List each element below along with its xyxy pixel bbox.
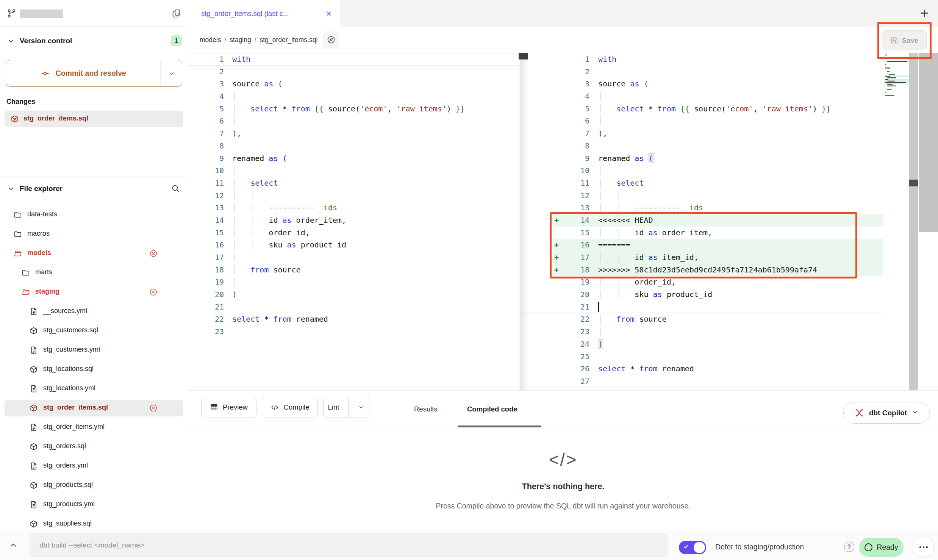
original-code-line-17[interactable]: 17│ (188, 251, 519, 264)
original-code-line-3[interactable]: 3source as ( (188, 78, 519, 90)
dbt-copilot-button[interactable]: dbt Copilot (843, 402, 930, 424)
sidebar-item-macros[interactable]: macros (0, 225, 188, 244)
original-code-line-10[interactable]: 10│ (188, 164, 519, 177)
sidebar-item-models[interactable]: models (0, 244, 188, 263)
modified-code-line-20[interactable]: 20│ │ sku as product_id (520, 288, 883, 301)
modified-code-line-8[interactable]: 8 (520, 140, 883, 152)
sidebar-item-stg_products.sql[interactable]: stg_products.sql (0, 476, 188, 495)
sidebar-item-stg_locations.yml[interactable]: stg_locations.yml (0, 379, 188, 399)
discard-change-icon[interactable] (149, 404, 158, 412)
discard-change-icon[interactable] (149, 288, 158, 296)
original-code-line-7[interactable]: 7), (188, 127, 519, 140)
git-branch-icon[interactable] (7, 9, 16, 18)
modified-code-line-23[interactable]: 23│ (520, 325, 883, 338)
original-code-line-18[interactable]: 18│ from source (188, 264, 519, 276)
breadcrumb-staging[interactable]: staging (230, 36, 251, 44)
modified-code-line-3[interactable]: 3source as ( (520, 78, 883, 90)
left-pane-scrollbar-thumb[interactable] (519, 53, 528, 59)
original-code-line-15[interactable]: 15│ │ order_id, (188, 227, 519, 239)
modified-code-line-27[interactable]: 27 (520, 375, 883, 388)
lint-button[interactable]: Lint (324, 397, 344, 418)
sidebar-item-stg_orders.yml[interactable]: stg_orders.yml (0, 457, 188, 476)
modified-code-line-7[interactable]: 7), (520, 127, 883, 140)
tab-results[interactable]: Results (414, 391, 438, 427)
search-icon[interactable] (171, 184, 180, 193)
modified-code-line-26[interactable]: 26select * from renamed (520, 363, 883, 375)
original-code-line-6[interactable]: 6│ (188, 115, 519, 127)
sidebar-item-marts[interactable]: marts (0, 263, 188, 283)
dbt-command-input[interactable] (30, 533, 668, 557)
lineage-button[interactable] (323, 31, 339, 48)
sidebar-item-staging[interactable]: staging (0, 283, 188, 302)
original-code-line-19[interactable]: 19│ (188, 276, 519, 288)
original-code-line-12[interactable]: 12│ │ (188, 189, 519, 202)
modified-code-line-24[interactable]: 24) (520, 338, 883, 350)
sidebar-item-stg_orders.sql[interactable]: stg_orders.sql (0, 437, 188, 457)
close-icon[interactable]: × (326, 9, 331, 18)
commit-and-resolve-button[interactable]: Commit and resolve (6, 60, 182, 87)
preview-button[interactable]: Preview (201, 397, 256, 418)
original-code-line-8[interactable]: 8 (188, 140, 519, 152)
modified-code-line-2[interactable]: 2 (520, 66, 883, 78)
editor-pane-original[interactable]: 1with23source as (4│5│ select * from {{ … (188, 53, 519, 390)
original-code-line-20[interactable]: 20) (188, 288, 519, 301)
sidebar-item-stg_products.yml[interactable]: stg_products.yml (0, 495, 188, 515)
help-icon[interactable]: ? (844, 542, 854, 552)
sidebar-item-stg_order_items.sql[interactable]: stg_order_items.sql (0, 399, 188, 418)
chevron-up-icon[interactable] (8, 540, 18, 550)
lint-options-dropdown[interactable] (353, 397, 369, 418)
copy-icon[interactable] (172, 9, 181, 18)
discard-change-icon[interactable] (149, 249, 158, 258)
editor-scrollbar-thumb[interactable] (909, 180, 918, 186)
breadcrumb-models[interactable]: models (200, 36, 221, 44)
original-code-line-23[interactable]: 23 (188, 325, 519, 338)
sidebar-item-stg_locations.sql[interactable]: stg_locations.sql (0, 360, 188, 379)
modified-code-line-1[interactable]: 1with (520, 53, 883, 66)
sidebar-item-stg_order_items.yml[interactable]: stg_order_items.yml (0, 418, 188, 437)
commit-options-dropdown[interactable] (161, 60, 182, 86)
branch-name-placeholder[interactable] (20, 9, 63, 18)
original-code-line-14[interactable]: 14│ │ id as order_item, (188, 214, 519, 227)
editor-pane-modified[interactable]: 1with23source as (4│5│ select * from {{ … (520, 53, 883, 390)
changed-file-row[interactable]: stg_order_items.sql (5, 111, 183, 127)
sidebar-item-stg_customers.yml[interactable]: stg_customers.yml (0, 341, 188, 360)
sidebar-item-stg_customers.sql[interactable]: stg_customers.sql (0, 321, 188, 341)
tab-stg-order-items[interactable]: stg_order_items.sql (last c... × (188, 0, 341, 27)
outer-scrollbar[interactable] (919, 53, 938, 232)
modified-code-line-5[interactable]: 5│ select * from {{ source('ecom', 'raw_… (520, 103, 883, 115)
defer-toggle[interactable] (679, 541, 706, 554)
editor-scrollbar[interactable] (909, 53, 918, 390)
sidebar-item-data-tests[interactable]: data-tests (0, 205, 188, 225)
sidebar-item-__sources.yml[interactable]: __sources.yml (0, 302, 188, 321)
lint-split-button[interactable]: Lint (323, 397, 369, 418)
original-code-line-11[interactable]: 11│ select (188, 177, 519, 189)
breadcrumb-file[interactable]: stg_order_items.sql (260, 36, 318, 44)
original-code-line-22[interactable]: 22select * from renamed (188, 313, 519, 325)
modified-code-line-6[interactable]: 6│ (520, 115, 883, 127)
new-tab-button[interactable]: + (916, 5, 933, 22)
more-options-button[interactable] (914, 538, 933, 557)
commit-and-resolve-main[interactable]: Commit and resolve (6, 60, 161, 86)
original-code-line-5[interactable]: 5│ select * from {{ source('ecom', 'raw_… (188, 103, 519, 115)
modified-code-line-21[interactable]: 21 (520, 301, 883, 313)
original-code-line-2[interactable]: 2 (188, 66, 519, 78)
chevron-down-icon[interactable] (7, 37, 15, 45)
modified-code-line-25[interactable]: 25 (520, 350, 883, 363)
modified-code-line-4[interactable]: 4│ (520, 90, 883, 103)
compile-button[interactable]: Compile (262, 397, 318, 418)
original-code-line-16[interactable]: 16│ │ sku as product_id (188, 239, 519, 251)
chevron-down-icon[interactable] (7, 185, 15, 193)
original-code-line-4[interactable]: 4│ (188, 90, 519, 103)
minimap[interactable] (883, 53, 909, 390)
original-code-line-1[interactable]: 1with (188, 53, 519, 66)
modified-code-line-9[interactable]: 9renamed as ( (520, 152, 883, 165)
sidebar-item-stg_supplies.sql[interactable]: stg_supplies.sql (0, 515, 188, 530)
tab-compiled-code[interactable]: Compiled code (467, 391, 517, 427)
modified-code-line-11[interactable]: 11│ select (520, 177, 883, 189)
original-code-line-21[interactable]: 21 (188, 301, 519, 313)
save-button[interactable]: Save (882, 30, 927, 50)
modified-code-line-22[interactable]: 22│ from source (520, 313, 883, 325)
original-code-line-9[interactable]: 9renamed as ( (188, 152, 519, 165)
discard-change-icon[interactable] (11, 115, 158, 123)
original-code-line-13[interactable]: 13│ │ ---------- ids (188, 202, 519, 214)
